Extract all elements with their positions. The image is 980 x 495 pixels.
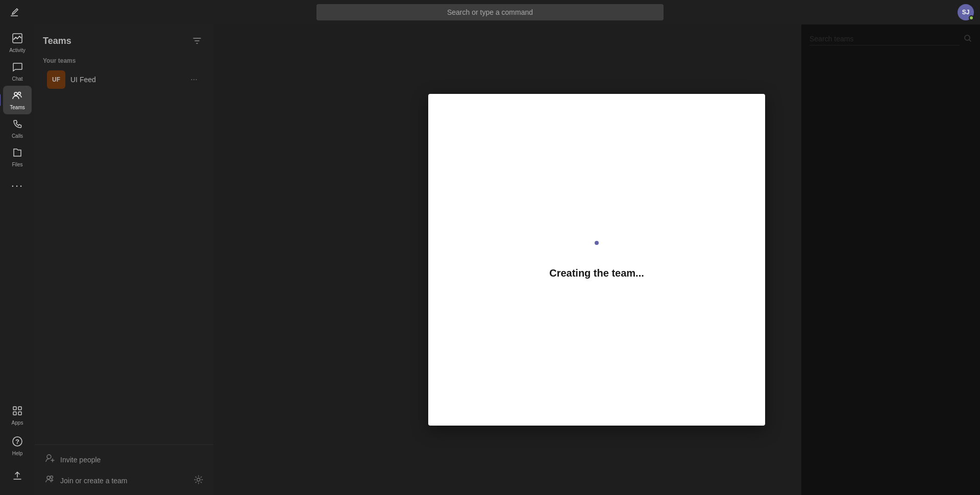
modal-overlay: Creating the team... xyxy=(213,24,980,495)
apps-icon xyxy=(12,405,23,419)
sidebar-item-help[interactable]: ? Help xyxy=(3,432,32,460)
top-bar-right: SJ xyxy=(958,4,974,20)
your-teams-label: Your teams xyxy=(35,53,213,66)
top-bar-left xyxy=(6,4,200,20)
settings-icon[interactable] xyxy=(194,475,203,486)
sidebar-bottom: Apps ? Help xyxy=(3,401,32,491)
team-item-ui-feed[interactable]: UF UI Feed ··· xyxy=(39,66,209,93)
more-icon: ··· xyxy=(11,179,23,192)
team-name-ui-feed: UI Feed xyxy=(70,76,187,84)
upload-icon xyxy=(12,470,23,484)
join-create-label: Join or create a team xyxy=(60,477,128,485)
avatar-initials: SJ xyxy=(962,9,970,16)
sidebar-item-calls[interactable]: Calls xyxy=(3,114,32,143)
svg-point-10 xyxy=(47,476,50,479)
svg-text:?: ? xyxy=(15,438,19,445)
invite-people-label: Invite people xyxy=(60,456,101,464)
sidebar-label-apps: Apps xyxy=(12,420,23,426)
svg-rect-6 xyxy=(18,412,21,415)
loading-spinner xyxy=(590,241,604,255)
svg-rect-4 xyxy=(18,407,21,410)
sidebar-label-chat: Chat xyxy=(12,76,22,82)
teams-panel-bottom: Invite people Join or create a team xyxy=(35,444,213,495)
sidebar-label-files: Files xyxy=(12,162,22,167)
content-area: Creating the team... xyxy=(213,24,980,495)
main-layout: Activity Chat Teams xyxy=(0,24,980,495)
teams-header: Teams xyxy=(35,24,213,53)
sidebar-item-upload[interactable] xyxy=(3,462,32,491)
svg-point-1 xyxy=(14,92,17,95)
team-more-button[interactable]: ··· xyxy=(187,72,201,87)
join-create-icon xyxy=(45,474,55,487)
sidebar-item-teams[interactable]: Teams xyxy=(3,86,32,114)
svg-point-2 xyxy=(18,92,21,95)
sidebar-item-apps[interactable]: Apps xyxy=(3,401,32,430)
sidebar-label-calls: Calls xyxy=(12,133,23,139)
sidebar: Activity Chat Teams xyxy=(0,24,35,495)
teams-title: Teams xyxy=(43,36,71,46)
spinner-dot xyxy=(595,241,599,245)
sidebar-label-help: Help xyxy=(12,451,23,456)
svg-point-11 xyxy=(51,476,53,479)
sidebar-label-activity: Activity xyxy=(9,47,26,53)
calls-icon xyxy=(12,118,23,132)
files-icon xyxy=(12,147,23,161)
filter-button[interactable] xyxy=(189,33,205,49)
search-bar-placeholder: Search or type a command xyxy=(447,8,533,16)
teams-icon xyxy=(12,90,23,104)
svg-point-9 xyxy=(47,455,51,459)
activity-icon xyxy=(12,33,23,46)
avatar-status-badge xyxy=(969,15,974,20)
sidebar-item-files[interactable]: Files xyxy=(3,143,32,171)
creating-team-text: Creating the team... xyxy=(549,267,644,279)
team-avatar-ui-feed: UF xyxy=(47,70,65,89)
teams-panel: Teams Your teams UF UI Feed ··· xyxy=(35,24,213,495)
sidebar-item-chat[interactable]: Chat xyxy=(3,57,32,86)
creating-team-modal: Creating the team... xyxy=(428,94,765,426)
sidebar-item-more[interactable]: ··· xyxy=(3,171,32,200)
sidebar-item-activity[interactable]: Activity xyxy=(3,29,32,57)
svg-rect-3 xyxy=(13,407,16,410)
svg-point-12 xyxy=(197,478,200,481)
user-avatar[interactable]: SJ xyxy=(958,4,974,20)
chat-icon xyxy=(12,61,23,75)
top-bar: Search or type a command SJ xyxy=(0,0,980,24)
compose-button[interactable] xyxy=(6,4,22,20)
invite-icon xyxy=(45,453,55,466)
invite-people-button[interactable]: Invite people xyxy=(43,449,205,470)
modal-content: Creating the team... xyxy=(549,241,644,279)
search-bar[interactable]: Search or type a command xyxy=(316,4,664,20)
sidebar-label-teams: Teams xyxy=(10,105,24,110)
join-create-team-button[interactable]: Join or create a team xyxy=(43,470,205,491)
svg-rect-5 xyxy=(13,412,16,415)
help-icon: ? xyxy=(12,436,23,450)
